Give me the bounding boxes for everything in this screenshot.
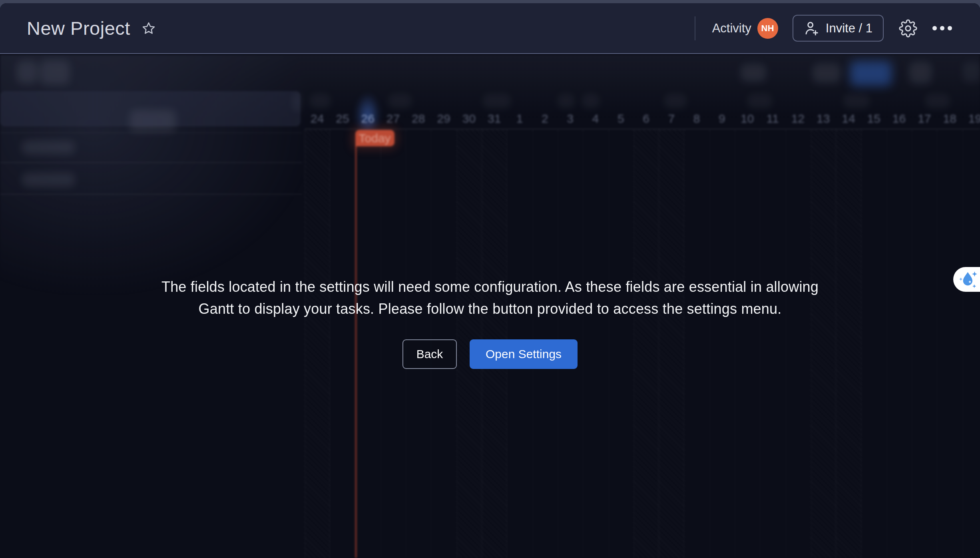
blurred-month-label xyxy=(925,94,950,108)
date-label-9: 9 xyxy=(709,110,735,129)
open-settings-button[interactable]: Open Settings xyxy=(470,339,578,369)
date-label-26: 26 xyxy=(355,110,380,129)
ellipsis-icon xyxy=(932,26,952,30)
date-label-4: 4 xyxy=(583,110,608,129)
gear-icon xyxy=(899,19,917,38)
row-divider xyxy=(0,194,302,195)
add-person-icon xyxy=(804,20,820,36)
blurred-task-row-label xyxy=(22,141,75,154)
date-label-31: 31 xyxy=(482,110,507,129)
date-label-18: 18 xyxy=(937,110,962,129)
date-label-27: 27 xyxy=(380,110,406,129)
blurred-toolbar-control xyxy=(909,62,932,84)
divider xyxy=(695,16,695,40)
date-label-3: 3 xyxy=(558,110,583,129)
blurred-panel-handle xyxy=(293,93,302,111)
timeline-date-row: 2425262728293031123456789101112131415161… xyxy=(305,110,980,129)
blurred-toolbar-control xyxy=(40,60,70,84)
settings-hint-message: The fields located in the settings will … xyxy=(0,276,980,320)
invite-button-label: Invite / 1 xyxy=(826,21,872,36)
date-label-17: 17 xyxy=(912,110,937,129)
avatar[interactable]: NH xyxy=(757,18,778,39)
date-label-29: 29 xyxy=(431,110,456,129)
date-label-8: 8 xyxy=(684,110,709,129)
blurred-toolbar-control xyxy=(962,62,980,83)
gantt-view: 2425262728293031123456789101112131415161… xyxy=(0,55,980,558)
date-label-15: 15 xyxy=(861,110,886,129)
message-line-1: The fields located in the settings will … xyxy=(0,276,980,298)
blurred-toolbar-control xyxy=(17,61,38,83)
blurred-toolbar-control xyxy=(813,64,841,83)
message-line-2: Gantt to display your tasks. Please foll… xyxy=(0,298,980,320)
top-bar: New Project Activity NH Invi xyxy=(0,3,980,54)
star-icon xyxy=(141,21,156,36)
date-label-6: 6 xyxy=(633,110,659,129)
date-label-13: 13 xyxy=(811,110,836,129)
date-label-10: 10 xyxy=(735,110,760,129)
invite-button[interactable]: Invite / 1 xyxy=(793,15,884,42)
date-label-28: 28 xyxy=(406,110,431,129)
date-label-25: 25 xyxy=(330,110,355,129)
blurred-month-label xyxy=(483,94,511,108)
date-label-7: 7 xyxy=(659,110,684,129)
date-label-2: 2 xyxy=(532,110,558,129)
date-label-16: 16 xyxy=(886,110,912,129)
blurred-month-label xyxy=(558,94,574,108)
date-label-12: 12 xyxy=(785,110,811,129)
blurred-month-label xyxy=(843,94,870,108)
blurred-primary-button xyxy=(850,61,892,86)
blurred-month-label xyxy=(582,94,600,108)
app-window: New Project Activity NH Invi xyxy=(0,3,980,558)
water-droplet-sparkles-icon xyxy=(957,268,980,291)
blurred-month-label xyxy=(664,94,687,108)
activity-button[interactable]: Activity xyxy=(712,21,751,36)
date-label-1: 1 xyxy=(507,110,532,129)
blurred-month-label xyxy=(388,94,412,108)
blurred-task-row-label xyxy=(22,173,75,187)
date-label-14: 14 xyxy=(836,110,861,129)
more-button[interactable] xyxy=(932,26,952,30)
date-label-19: 19 xyxy=(962,110,980,129)
back-button[interactable]: Back xyxy=(402,339,457,369)
date-label-5: 5 xyxy=(608,110,633,129)
page-title: New Project xyxy=(27,17,130,39)
top-bar-actions: Activity NH Invite / 1 xyxy=(695,15,952,42)
favorite-button[interactable] xyxy=(141,21,156,36)
overlay-buttons: Back Open Settings xyxy=(0,339,980,369)
blurred-toolbar-control xyxy=(741,64,766,82)
date-label-24: 24 xyxy=(305,110,330,129)
assistant-button[interactable] xyxy=(953,267,980,292)
blurred-month-label xyxy=(747,94,772,108)
settings-button[interactable] xyxy=(899,19,917,38)
row-divider xyxy=(0,162,302,163)
row-divider xyxy=(0,132,302,133)
date-label-11: 11 xyxy=(760,110,785,129)
blurred-month-label xyxy=(310,94,331,108)
blurred-column-header xyxy=(130,110,176,132)
date-label-30: 30 xyxy=(456,110,482,129)
